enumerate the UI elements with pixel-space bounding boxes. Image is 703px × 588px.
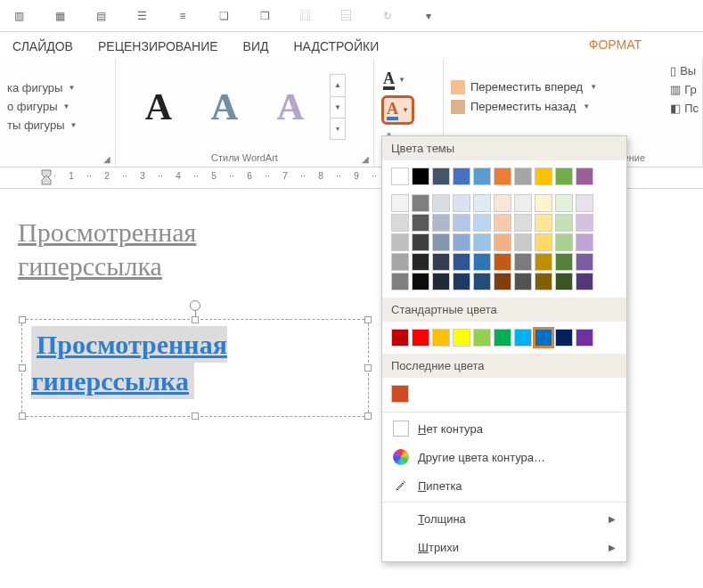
tab-slides[interactable]: СЛАЙДОВ [0, 34, 86, 59]
color-swatch[interactable] [535, 253, 552, 271]
wordart-preset-1[interactable]: A [132, 84, 185, 130]
align-center-icon[interactable]: ▦ [50, 6, 69, 26]
textbox-selection[interactable]: Просмотренная гиперссылка [21, 319, 369, 417]
tab-view[interactable]: ВИД [231, 34, 282, 59]
color-swatch[interactable] [412, 273, 429, 290]
resize-handle[interactable] [364, 316, 372, 323]
color-swatch[interactable] [494, 273, 511, 290]
color-swatch[interactable] [391, 329, 409, 347]
color-swatch[interactable] [576, 214, 593, 232]
gallery-down-icon[interactable]: ▼ [331, 96, 345, 118]
color-swatch[interactable] [473, 273, 491, 290]
color-swatch[interactable] [473, 167, 491, 185]
resize-handle[interactable] [192, 316, 199, 323]
color-swatch[interactable] [391, 273, 409, 290]
no-outline-option[interactable]: Нет контура [382, 414, 626, 443]
color-swatch[interactable] [555, 194, 573, 212]
color-swatch[interactable] [412, 329, 429, 347]
color-swatch[interactable] [555, 233, 573, 251]
color-swatch[interactable] [473, 194, 491, 212]
text-fill-button[interactable]: A ▼ [381, 68, 407, 92]
color-swatch[interactable] [535, 273, 552, 290]
color-swatch[interactable] [391, 194, 409, 212]
shape-effects-button[interactable]: ты фигуры▼ [7, 118, 77, 132]
color-swatch[interactable] [514, 194, 532, 212]
color-swatch[interactable] [473, 214, 491, 232]
rotate-button[interactable]: ◧ Пс [670, 102, 699, 115]
color-swatch[interactable] [473, 253, 491, 271]
tab-review[interactable]: РЕЦЕНЗИРОВАНИЕ [86, 34, 231, 59]
color-swatch[interactable] [494, 167, 511, 185]
color-swatch[interactable] [453, 273, 470, 290]
tab-addins[interactable]: НАДСТРОЙКИ [281, 34, 391, 59]
indent-marker-icon[interactable] [41, 169, 52, 185]
more-outline-colors-option[interactable]: Другие цвета контура… [382, 443, 626, 471]
color-swatch[interactable] [432, 329, 450, 347]
color-swatch[interactable] [432, 233, 450, 251]
color-swatch[interactable] [432, 194, 450, 212]
outline-dashes-option[interactable]: Штрихи ▶ [382, 533, 626, 561]
align-right-icon[interactable]: ▤ [91, 6, 110, 26]
resize-handle[interactable] [364, 412, 372, 420]
gallery-more-icon[interactable]: ▾ [331, 118, 345, 139]
color-swatch[interactable] [412, 214, 429, 232]
color-swatch[interactable] [432, 253, 450, 271]
resize-handle[interactable] [19, 364, 26, 372]
color-swatch[interactable] [576, 273, 593, 290]
color-swatch[interactable] [576, 233, 593, 251]
shape-fill-button[interactable]: ка фигуры▼ [7, 81, 77, 94]
align-left-icon[interactable]: ▥ [9, 6, 29, 26]
wordart-gallery-spinner[interactable]: ▲ ▼ ▾ [330, 74, 346, 140]
color-swatch[interactable] [555, 273, 573, 290]
color-swatch[interactable] [514, 214, 532, 232]
color-swatch[interactable] [494, 214, 511, 232]
color-swatch[interactable] [473, 233, 491, 251]
color-swatch[interactable] [535, 329, 552, 347]
resize-handle[interactable] [192, 412, 199, 420]
color-swatch[interactable] [453, 329, 470, 347]
tab-format[interactable]: ФОРМАТ [576, 32, 654, 57]
rotate-handle[interactable] [190, 300, 200, 311]
color-swatch[interactable] [576, 253, 593, 271]
wordart-dialog-launcher[interactable]: ◢ [359, 152, 372, 165]
color-swatch[interactable] [535, 214, 552, 232]
color-swatch[interactable] [412, 233, 429, 251]
color-swatch[interactable] [412, 167, 429, 185]
color-swatch[interactable] [473, 329, 491, 347]
overflow-icon[interactable]: ▾ [419, 6, 438, 26]
send-backward-icon[interactable]: ❐ [255, 6, 274, 26]
resize-handle[interactable] [19, 316, 26, 323]
send-backward-button[interactable]: Переместить назад▼ [451, 100, 597, 114]
wordart-gallery[interactable]: A A A ▲ ▼ ▾ [123, 74, 346, 140]
color-swatch[interactable] [514, 233, 532, 251]
selected-hyperlink-text[interactable]: Просмотренная гиперссылка [31, 326, 227, 399]
wordart-preset-2[interactable]: A [198, 84, 251, 130]
color-swatch[interactable] [535, 194, 552, 212]
color-swatch[interactable] [514, 253, 532, 271]
bring-forward-button[interactable]: Переместить вперед▼ [451, 80, 597, 94]
color-swatch[interactable] [494, 329, 511, 347]
color-swatch[interactable] [432, 273, 450, 290]
color-swatch[interactable] [391, 253, 409, 271]
color-swatch[interactable] [391, 167, 409, 185]
color-swatch[interactable] [391, 233, 409, 251]
color-swatch[interactable] [576, 194, 593, 212]
align-top-icon[interactable]: ☰ [132, 6, 151, 26]
color-swatch[interactable] [514, 329, 532, 347]
color-swatch[interactable] [514, 273, 532, 290]
shape-outline-button[interactable]: о фигуры▼ [7, 100, 77, 113]
color-swatch[interactable] [535, 233, 552, 251]
align-middle-icon[interactable]: ≡ [173, 6, 192, 26]
outline-weight-option[interactable]: Толщина ▶ [382, 504, 626, 533]
gallery-up-icon[interactable]: ▲ [331, 75, 345, 96]
eyedropper-option[interactable]: Пипетка [382, 471, 626, 500]
color-swatch[interactable] [576, 167, 593, 185]
color-swatch[interactable] [412, 253, 429, 271]
color-swatch[interactable] [494, 233, 511, 251]
wordart-preset-3[interactable]: A [264, 84, 317, 130]
color-swatch[interactable] [555, 253, 573, 271]
resize-handle[interactable] [19, 412, 26, 420]
group-button[interactable]: ▥ Гр [670, 83, 699, 96]
color-swatch[interactable] [453, 167, 470, 185]
color-swatch[interactable] [555, 329, 573, 347]
